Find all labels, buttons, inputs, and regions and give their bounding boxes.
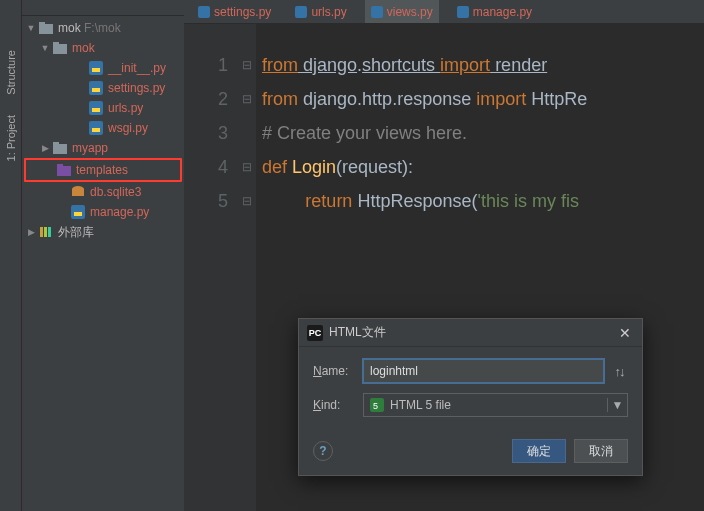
python-file-icon (88, 120, 104, 136)
svg-rect-5 (92, 68, 100, 72)
html5-file-icon: 5 (370, 398, 384, 412)
svg-rect-1 (39, 22, 45, 25)
svg-rect-13 (53, 142, 59, 145)
svg-rect-24 (295, 6, 307, 18)
svg-rect-3 (53, 42, 59, 45)
tree-pkg-mok[interactable]: ▼ mok (22, 38, 184, 58)
svg-rect-7 (92, 88, 100, 92)
tree-file-db[interactable]: db.sqlite3 (22, 182, 184, 202)
tree-file-manage[interactable]: manage.py (22, 202, 184, 222)
fold-column: ⊟⊟⊟⊟ (238, 24, 256, 511)
python-file-icon (88, 100, 104, 116)
close-icon[interactable]: ✕ (616, 325, 634, 341)
tool-tab-structure[interactable]: Structure (5, 50, 17, 95)
svg-rect-11 (92, 128, 100, 132)
tree-root[interactable]: ▼ mok F:\mok (22, 18, 184, 38)
pycharm-logo-icon: PC (307, 325, 323, 341)
python-file-icon (88, 80, 104, 96)
dialog-title: HTML文件 (329, 324, 616, 341)
template-folder-icon (56, 162, 72, 178)
tool-window-stripe: Structure 1: Project (0, 0, 22, 511)
tree-file-urls[interactable]: urls.py (22, 98, 184, 118)
tab-urls[interactable]: urls.py (289, 0, 352, 23)
line-number-gutter: 12345 (184, 24, 238, 511)
svg-rect-26 (457, 6, 469, 18)
svg-rect-15 (57, 164, 63, 167)
tab-views[interactable]: views.py (365, 0, 439, 23)
tree-folder-myapp[interactable]: ▶ myapp (22, 138, 184, 158)
folder-icon (52, 140, 68, 156)
help-icon[interactable]: ? (313, 441, 333, 461)
ok-button[interactable]: 确定 (512, 439, 566, 463)
editor-tab-bar: settings.py urls.py views.py manage.py (184, 0, 704, 24)
python-file-icon (70, 204, 86, 220)
svg-rect-0 (39, 24, 53, 34)
library-icon (38, 224, 54, 240)
fold-marker-icon: ⊟ (238, 48, 256, 82)
tab-manage[interactable]: manage.py (451, 0, 538, 23)
svg-rect-9 (92, 108, 100, 112)
new-file-dialog: PC HTML文件 ✕ Name: ↑↓ Kind: 5 HTML 5 file… (298, 318, 643, 476)
tree-file-settings[interactable]: settings.py (22, 78, 184, 98)
svg-rect-17 (72, 189, 84, 196)
sort-icon[interactable]: ↑↓ (610, 364, 628, 379)
db-file-icon (70, 184, 86, 200)
tree-ext-libs[interactable]: ▶ 外部库 (22, 222, 184, 242)
svg-rect-20 (40, 227, 43, 237)
kind-label: Kind: (313, 398, 363, 412)
svg-rect-21 (44, 227, 47, 237)
tree-file-init[interactable]: __init__.py (22, 58, 184, 78)
tab-settings[interactable]: settings.py (192, 0, 277, 23)
svg-rect-23 (198, 6, 210, 18)
cancel-button[interactable]: 取消 (574, 439, 628, 463)
name-input[interactable] (363, 359, 604, 383)
svg-text:5: 5 (373, 401, 378, 411)
tree-folder-templates[interactable]: templates (26, 160, 180, 180)
tool-tab-project[interactable]: 1: Project (5, 115, 17, 161)
tree-file-wsgi[interactable]: wsgi.py (22, 118, 184, 138)
svg-rect-14 (57, 166, 71, 176)
folder-icon (38, 20, 54, 36)
project-tree-panel: ▼ mok F:\mok ▼ mok __init__.py settings.… (22, 0, 184, 511)
chevron-down-icon: ▼ (607, 398, 627, 412)
svg-rect-12 (53, 144, 67, 154)
kind-select[interactable]: 5 HTML 5 file ▼ (363, 393, 628, 417)
name-label: Name: (313, 364, 363, 378)
svg-rect-19 (74, 212, 82, 216)
svg-rect-22 (48, 227, 51, 237)
python-file-icon (88, 60, 104, 76)
svg-rect-25 (371, 6, 383, 18)
svg-rect-2 (53, 44, 67, 54)
folder-icon (52, 40, 68, 56)
